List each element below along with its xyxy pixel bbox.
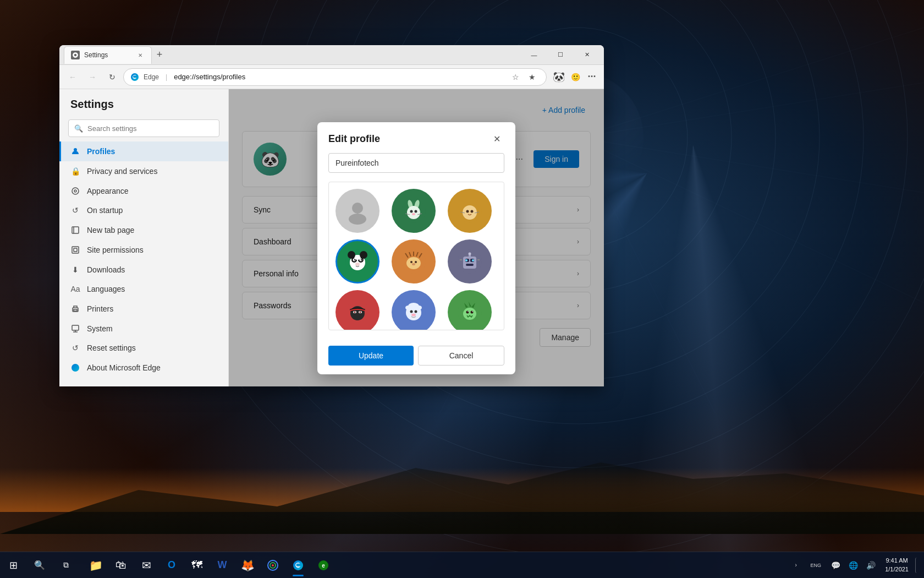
taskbar-app-edge[interactable] [286, 553, 310, 577]
clock-date: 1/1/2021 [885, 565, 909, 574]
appearance-label: Appearance [87, 187, 129, 195]
search-settings-input[interactable] [87, 124, 213, 133]
close-button[interactable]: ✕ [574, 45, 600, 65]
taskbar-app-outlook[interactable]: O [160, 553, 184, 577]
svg-rect-31 [72, 325, 79, 330]
taskbar-app-mail[interactable]: ✉ [134, 553, 158, 577]
svg-rect-27 [72, 247, 79, 253]
dialog-close-button[interactable]: ✕ [489, 131, 504, 146]
reset-label: Reset settings [87, 343, 136, 352]
svg-point-40 [407, 206, 420, 219]
volume-icon[interactable]: 🔊 [863, 558, 878, 573]
sidebar: Settings 🔍 Profiles 🔒 Privacy and servic… [59, 89, 229, 386]
sidebar-item-about[interactable]: About Microsoft Edge [59, 358, 228, 378]
edit-profile-dialog: Edit profile ✕ [317, 122, 515, 374]
emoji-button[interactable]: 🙂 [568, 69, 583, 85]
modal-title: Edit profile [328, 133, 380, 145]
cancel-button[interactable]: Cancel [418, 346, 504, 366]
svg-point-84 [469, 253, 471, 255]
profiles-label: Profiles [87, 147, 115, 156]
languages-label: Languages [87, 285, 125, 293]
svg-point-60 [354, 259, 355, 260]
taskbar-app-edge2[interactable]: e [311, 553, 336, 577]
svg-point-99 [405, 306, 411, 310]
svg-point-96 [415, 310, 417, 313]
taskbar-app-maps[interactable]: 🗺 [185, 553, 209, 577]
avatar-option-hedgehog[interactable] [392, 239, 436, 283]
address-text: edge://settings/profiles [174, 73, 503, 81]
svg-point-92 [360, 312, 361, 313]
svg-rect-25 [72, 227, 79, 233]
show-hidden-icons-button[interactable]: › [788, 558, 804, 573]
minimize-button[interactable]: — [521, 45, 547, 65]
system-clock[interactable]: 9:41 AM 1/1/2021 [881, 554, 913, 576]
sidebar-item-on-startup[interactable]: ↺ On startup [59, 201, 228, 221]
svg-point-62 [355, 263, 360, 266]
avatar-option-cat[interactable] [448, 189, 492, 233]
show-desktop-button[interactable] [915, 558, 920, 573]
sidebar-item-new-tab[interactable]: New tab page [59, 220, 228, 240]
network-icon[interactable]: 🌐 [845, 558, 861, 573]
system-icon [70, 324, 80, 334]
task-view-button[interactable]: ⧉ [53, 552, 79, 579]
about-icon [70, 363, 80, 373]
refresh-button[interactable]: ↻ [103, 68, 121, 86]
taskbar-app-firefox[interactable]: 🦊 [235, 553, 260, 577]
avatar-option-default[interactable] [336, 189, 380, 233]
tab-close-button[interactable]: ✕ [136, 51, 145, 59]
avatar-option-panda[interactable] [336, 239, 380, 283]
forward-button[interactable]: → [84, 68, 101, 86]
svg-point-49 [463, 205, 477, 220]
taskbar-app-word[interactable]: W [210, 553, 234, 577]
favorites-button[interactable]: ★ [524, 69, 540, 85]
sidebar-item-system[interactable]: System [59, 319, 228, 339]
sidebar-item-appearance[interactable]: Appearance [59, 181, 228, 201]
avatar-option-yeti[interactable] [392, 290, 436, 330]
avatar-option-rabbit[interactable] [392, 189, 436, 233]
notification-icon[interactable]: 💬 [828, 558, 843, 573]
taskbar-app-explorer[interactable]: 📁 [84, 553, 108, 577]
svg-point-95 [410, 310, 413, 313]
settings-tab[interactable]: Settings ✕ [64, 46, 152, 64]
settings-tab-icon [71, 51, 80, 59]
tab-area: Settings ✕ + [64, 45, 521, 64]
profile-button[interactable]: 🐼 [551, 69, 566, 85]
update-button[interactable]: Update [328, 346, 414, 366]
taskbar-app-store[interactable]: 🛍 [109, 553, 133, 577]
sidebar-title: Settings [59, 98, 228, 119]
avatar-option-robot[interactable] [448, 239, 492, 283]
sidebar-item-languages[interactable]: Aa Languages [59, 279, 228, 299]
start-button[interactable]: ⊞ [0, 552, 26, 579]
sidebar-item-printers[interactable]: Printers [59, 299, 228, 319]
svg-point-102 [463, 308, 476, 320]
avatar-option-ninja[interactable] [336, 290, 380, 330]
profile-name-input[interactable] [328, 153, 504, 173]
sidebar-item-profiles[interactable]: Profiles [59, 141, 228, 161]
modal-overlay: Edit profile ✕ [229, 89, 604, 386]
search-box[interactable]: 🔍 [68, 119, 219, 137]
maximize-button[interactable]: ☐ [548, 45, 573, 65]
svg-point-35 [352, 203, 363, 214]
sidebar-item-reset[interactable]: ↺ Reset settings [59, 339, 228, 358]
more-button[interactable]: ··· [584, 69, 600, 85]
taskbar-search-button[interactable]: 🔍 [26, 552, 53, 579]
new-tab-button[interactable]: + [152, 47, 167, 63]
back-button[interactable]: ← [64, 68, 81, 86]
address-bar[interactable]: Edge | edge://settings/profiles ☆ ★ [123, 68, 547, 86]
svg-point-97 [411, 314, 416, 317]
edge-label-text: Edge [144, 73, 159, 81]
svg-point-50 [466, 210, 469, 213]
taskbar: ⊞ 🔍 ⧉ 📁 🛍 ✉ O 🗺 W 🦊 [0, 552, 924, 578]
avatar-scroll-area[interactable] [328, 182, 504, 330]
language-indicator[interactable]: ENG [806, 558, 826, 573]
sidebar-item-privacy[interactable]: 🔒 Privacy and services [59, 161, 228, 181]
sidebar-item-downloads[interactable]: ⬇ Downloads [59, 260, 228, 280]
svg-point-51 [471, 210, 474, 213]
clock-time: 9:41 AM [886, 557, 908, 565]
sidebar-item-site-permissions[interactable]: Site permissions [59, 240, 228, 260]
taskbar-app-chrome[interactable] [261, 553, 285, 577]
site-permissions-icon [70, 245, 80, 255]
svg-point-135 [272, 564, 274, 566]
avatar-option-dino[interactable] [448, 290, 492, 330]
bookmark-button[interactable]: ☆ [508, 69, 523, 85]
